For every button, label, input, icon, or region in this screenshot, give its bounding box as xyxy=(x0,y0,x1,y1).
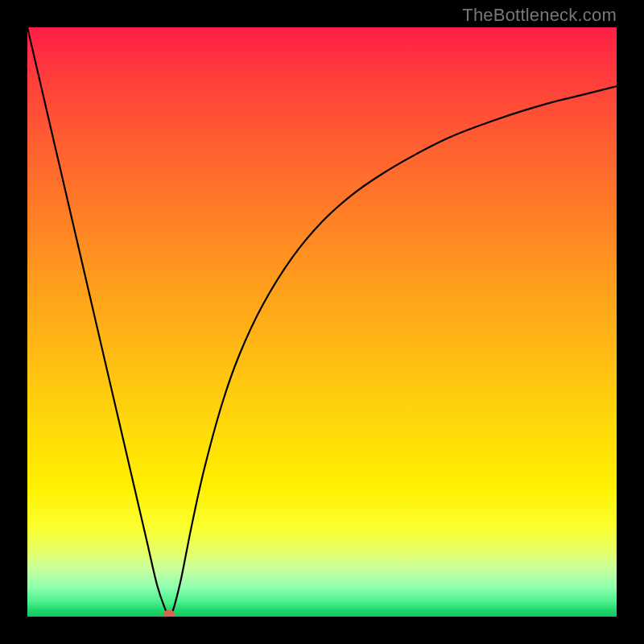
bottleneck-curve xyxy=(27,27,617,617)
curve-svg xyxy=(27,27,617,617)
watermark-text: TheBottleneck.com xyxy=(462,5,617,26)
plot-area xyxy=(27,27,617,617)
min-marker xyxy=(163,610,175,617)
chart-frame: TheBottleneck.com xyxy=(0,0,644,644)
